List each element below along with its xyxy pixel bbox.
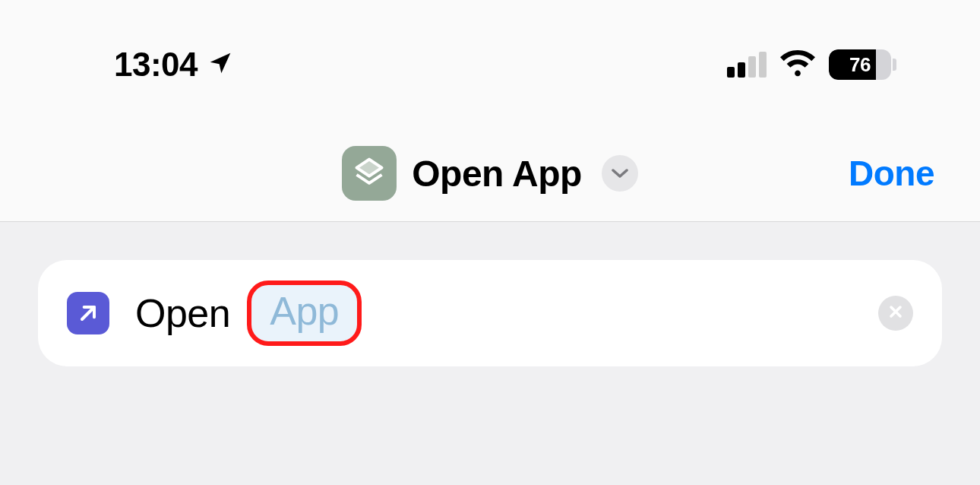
- battery-percent: 76: [829, 53, 891, 77]
- open-app-action-icon: [67, 292, 109, 334]
- status-bar: 13:04: [0, 0, 980, 84]
- chevron-down-icon[interactable]: [602, 155, 638, 192]
- shortcuts-app-icon: [342, 146, 397, 201]
- action-text: Open App: [135, 281, 362, 346]
- action-open-label: Open: [135, 290, 230, 336]
- location-icon: [208, 51, 232, 78]
- status-left: 13:04: [114, 46, 232, 84]
- wifi-icon: [780, 49, 815, 80]
- app-token-text: App: [270, 288, 339, 334]
- close-icon: [887, 303, 904, 323]
- content-area: Open App: [0, 222, 980, 366]
- done-button[interactable]: Done: [849, 153, 934, 194]
- clear-action-button[interactable]: [878, 296, 913, 331]
- status-time: 13:04: [114, 46, 198, 84]
- cellular-icon: [727, 52, 767, 78]
- header-section: 13:04: [0, 0, 980, 222]
- status-right: 76: [727, 49, 896, 80]
- page-title: Open App: [412, 153, 582, 195]
- action-card[interactable]: Open App: [38, 260, 942, 366]
- app-parameter-token[interactable]: App: [247, 281, 362, 346]
- battery-indicator: 76: [829, 49, 896, 80]
- nav-title-group[interactable]: Open App: [342, 146, 638, 201]
- nav-row: Open App Done: [0, 146, 980, 201]
